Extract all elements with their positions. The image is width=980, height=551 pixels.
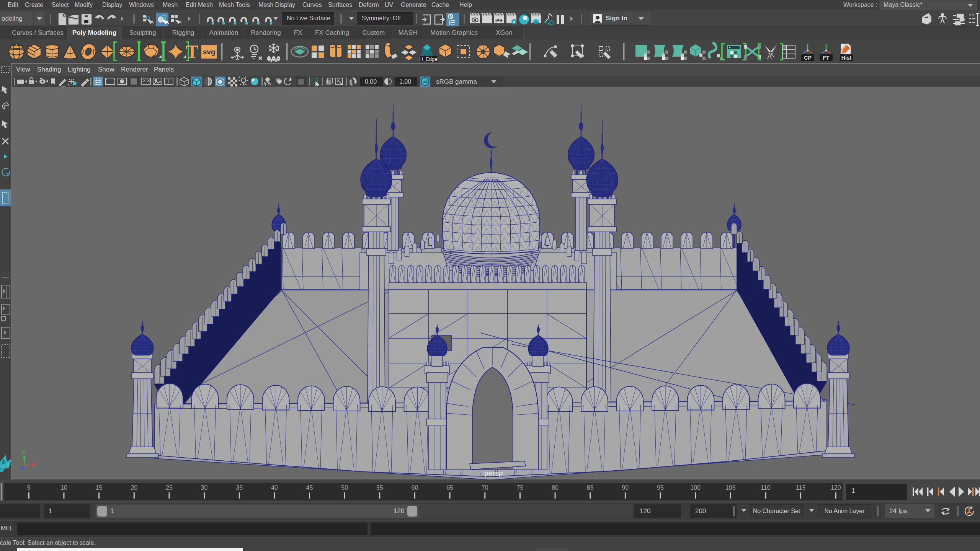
svg-text:65: 65 xyxy=(446,484,453,491)
svg-text:40: 40 xyxy=(271,484,278,491)
svg-text:H_Edge: H_Edge xyxy=(420,56,438,62)
svg-text:sRGB gamma: sRGB gamma xyxy=(436,78,477,85)
svg-text:60: 60 xyxy=(412,484,418,491)
svg-text:105: 105 xyxy=(725,484,736,491)
svg-text:T: T xyxy=(167,78,171,85)
svg-text:30: 30 xyxy=(201,484,208,491)
svg-text:25: 25 xyxy=(166,484,173,491)
svg-text:50: 50 xyxy=(341,484,348,491)
svg-text:95: 95 xyxy=(657,484,664,491)
svg-text:35: 35 xyxy=(236,484,243,491)
svg-text:persp: persp xyxy=(484,469,503,477)
svg-text:115: 115 xyxy=(796,484,806,491)
svg-text:Hist: Hist xyxy=(841,55,852,61)
svg-text:100: 100 xyxy=(690,484,701,491)
svg-text:y: y xyxy=(22,449,25,455)
svg-text:IPR: IPR xyxy=(495,18,502,23)
svg-text:55: 55 xyxy=(376,484,383,491)
svg-text:75: 75 xyxy=(517,484,524,491)
svg-text:120: 120 xyxy=(831,484,841,491)
svg-text:10: 10 xyxy=(60,484,67,491)
svg-text:0,0,0: 0,0,0 xyxy=(267,55,280,62)
svg-text:CP: CP xyxy=(804,55,811,61)
svg-text:svg: svg xyxy=(203,48,216,56)
svg-text:5: 5 xyxy=(27,484,31,491)
svg-text:0.00: 0.00 xyxy=(365,78,377,85)
svg-text:90: 90 xyxy=(622,484,629,491)
svg-text:FT: FT xyxy=(823,55,830,61)
svg-text:OIl: OIl xyxy=(423,80,427,84)
svg-text:20: 20 xyxy=(131,484,137,491)
svg-text:T: T xyxy=(186,41,198,62)
svg-text:1.00: 1.00 xyxy=(399,78,411,85)
svg-text:45: 45 xyxy=(306,484,313,491)
svg-text:85: 85 xyxy=(587,484,594,491)
svg-text:80: 80 xyxy=(552,484,559,491)
svg-text:70: 70 xyxy=(482,484,488,491)
svg-text:15: 15 xyxy=(96,484,103,491)
svg-text:110: 110 xyxy=(761,484,771,491)
